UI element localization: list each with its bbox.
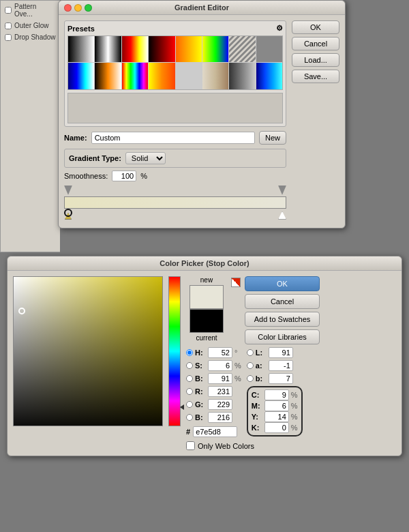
close-icon[interactable] [64, 4, 72, 12]
lab-b-input[interactable] [269, 373, 293, 384]
lab-l-radio[interactable] [247, 349, 254, 356]
smoothness-label: Smoothness: [64, 172, 108, 180]
preset-swatch-2[interactable] [122, 36, 148, 62]
gradient-bar[interactable] [64, 196, 286, 209]
cmyk-c-unit: % [291, 391, 298, 399]
gradient-type-select[interactable]: Solid Noise [125, 152, 166, 164]
lab-l-input[interactable] [269, 347, 293, 358]
gear-icon[interactable]: ⚙ [276, 24, 283, 33]
preset-swatch-8[interactable] [68, 63, 94, 89]
blue-radio[interactable] [186, 414, 193, 421]
lab-l-row: L: [247, 347, 303, 358]
cmyk-m-label: M: [252, 402, 262, 410]
cmyk-k-row: K: % [252, 422, 298, 433]
color-picker-buttons: OK Cancel Add to Swatches Color Librarie… [245, 276, 320, 344]
drop-shadow-item[interactable]: Drop Shadow [1, 31, 60, 43]
hex-input[interactable] [193, 426, 237, 437]
minimize-icon[interactable] [74, 4, 82, 12]
preset-swatch-6[interactable] [229, 36, 255, 62]
preset-swatch-10[interactable] [122, 63, 148, 89]
brightness-radio[interactable] [186, 375, 193, 382]
outer-glow-item[interactable]: Outer Glow [1, 20, 60, 31]
red-radio[interactable] [186, 388, 193, 395]
cmyk-m-input[interactable] [264, 400, 289, 411]
saturation-unit: % [234, 361, 241, 370]
preset-swatch-9[interactable] [95, 63, 121, 89]
saturation-input[interactable] [208, 360, 232, 371]
only-web-colors-row: Only Web Colors [186, 441, 396, 450]
color-libraries-button[interactable]: Color Libraries [245, 329, 320, 344]
cmyk-c-input[interactable] [264, 389, 289, 400]
gradient-editor-titlebar: Gradient Editor [59, 1, 345, 15]
opacity-stop-left[interactable] [64, 186, 72, 195]
only-web-colors-label: Only Web Colors [198, 442, 254, 450]
preset-swatch-4[interactable] [176, 36, 202, 62]
lab-b-row: b: [247, 373, 303, 384]
brightness-input[interactable] [208, 373, 232, 384]
red-input[interactable] [208, 386, 232, 397]
hsb-rgb-column: H: ° S: % B: % [186, 347, 241, 437]
hue-label: H: [195, 349, 206, 357]
pattern-overlay-label: Pattern Ove... [14, 3, 56, 18]
color-stop-right[interactable] [278, 211, 286, 220]
green-input[interactable] [208, 399, 232, 410]
cmyk-highlight-group: C: % M: % Y: % [247, 386, 303, 437]
opacity-stop-right[interactable] [278, 186, 286, 195]
drop-shadow-label: Drop Shadow [14, 33, 56, 41]
smoothness-input[interactable] [112, 171, 136, 181]
outer-glow-checkbox[interactable] [5, 23, 12, 29]
hue-slider[interactable] [168, 276, 181, 426]
cmyk-y-row: Y: % [252, 411, 298, 422]
name-label: Name: [64, 134, 87, 142]
cp-cancel-button[interactable]: Cancel [245, 294, 320, 309]
preset-swatch-1[interactable] [95, 36, 121, 62]
cmyk-k-unit: % [291, 424, 298, 432]
preset-swatch-15[interactable] [256, 63, 282, 89]
smoothness-row: Smoothness: % [64, 171, 286, 181]
preset-swatch-0[interactable] [68, 36, 94, 62]
add-to-swatches-button[interactable]: Add to Swatches [245, 312, 320, 327]
preset-swatch-11[interactable] [149, 63, 175, 89]
color-values-panel: H: ° S: % B: % [186, 347, 396, 437]
smoothness-unit: % [140, 172, 147, 180]
saturation-radio[interactable] [186, 362, 193, 369]
preset-swatch-12[interactable] [176, 63, 202, 89]
lab-a-input[interactable] [269, 360, 293, 371]
hue-input[interactable] [208, 347, 232, 358]
lab-a-radio[interactable] [247, 362, 254, 369]
saturation-row: S: % [186, 360, 241, 371]
current-label: current [196, 334, 217, 342]
pattern-overlay-item[interactable]: Pattern Ove... [1, 1, 60, 20]
new-label: new [200, 276, 213, 284]
preset-swatch-13[interactable] [202, 63, 228, 89]
green-label: G: [195, 400, 206, 409]
maximize-icon[interactable] [85, 4, 92, 12]
blue-input[interactable] [208, 412, 232, 423]
preset-swatch-14[interactable] [229, 63, 255, 89]
cancel-button[interactable]: Cancel [292, 37, 339, 50]
color-field[interactable] [13, 276, 163, 426]
load-button[interactable]: Load... [292, 53, 339, 67]
lab-a-row: a: [247, 360, 303, 371]
hue-radio[interactable] [186, 349, 193, 356]
only-web-colors-checkbox[interactable] [186, 441, 195, 450]
lab-b-radio[interactable] [247, 375, 254, 382]
green-radio[interactable] [186, 401, 193, 408]
warning-icon [231, 278, 241, 287]
blue-row: B: [186, 412, 241, 423]
color-stop-left-active[interactable] [64, 210, 74, 220]
preset-swatch-3[interactable] [149, 36, 175, 62]
preset-swatch-5[interactable] [202, 36, 228, 62]
opacity-stops-row [64, 186, 286, 195]
brightness-unit: % [234, 374, 241, 383]
drop-shadow-checkbox[interactable] [5, 34, 12, 41]
cmyk-y-input[interactable] [264, 411, 289, 422]
cp-ok-button[interactable]: OK [245, 276, 320, 291]
cmyk-k-input[interactable] [264, 422, 289, 433]
new-button[interactable]: New [259, 131, 286, 145]
ok-button[interactable]: OK [292, 20, 339, 34]
save-button[interactable]: Save... [292, 70, 339, 83]
name-input[interactable] [91, 132, 255, 144]
preset-swatch-7[interactable] [256, 36, 282, 62]
pattern-overlay-checkbox[interactable] [5, 7, 12, 14]
